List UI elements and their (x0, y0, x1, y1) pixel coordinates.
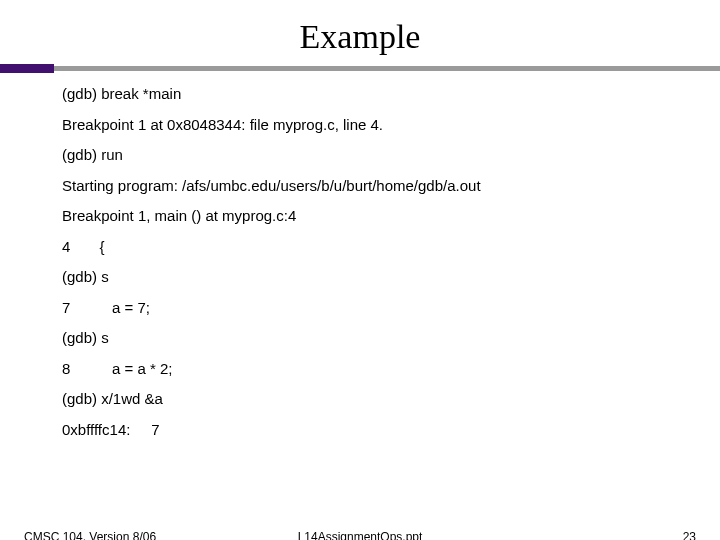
slide: Example (gdb) break *main Breakpoint 1 a… (0, 18, 720, 540)
code-line: (gdb) run (62, 147, 662, 164)
code-line: 0xbffffc14: 7 (62, 422, 662, 439)
code-line: Breakpoint 1, main () at myprog.c:4 (62, 208, 662, 225)
code-line: 4 { (62, 239, 662, 256)
slide-title: Example (0, 18, 720, 56)
rule-purple (0, 64, 54, 73)
code-line: 7 a = 7; (62, 300, 662, 317)
code-line: (gdb) s (62, 269, 662, 286)
code-line: 8 a = a * 2; (62, 361, 662, 378)
slide-body: (gdb) break *main Breakpoint 1 at 0x8048… (0, 78, 662, 438)
code-line: (gdb) x/1wd &a (62, 391, 662, 408)
title-underline (0, 64, 720, 78)
code-line: Breakpoint 1 at 0x8048344: file myprog.c… (62, 117, 662, 134)
code-line: (gdb) s (62, 330, 662, 347)
code-line: Starting program: /afs/umbc.edu/users/b/… (62, 178, 662, 195)
footer-center: L14AssignmentOps.ppt (0, 530, 720, 540)
code-line: (gdb) break *main (62, 86, 662, 103)
rule-grey (0, 66, 720, 71)
footer-right: 23 (683, 530, 696, 540)
